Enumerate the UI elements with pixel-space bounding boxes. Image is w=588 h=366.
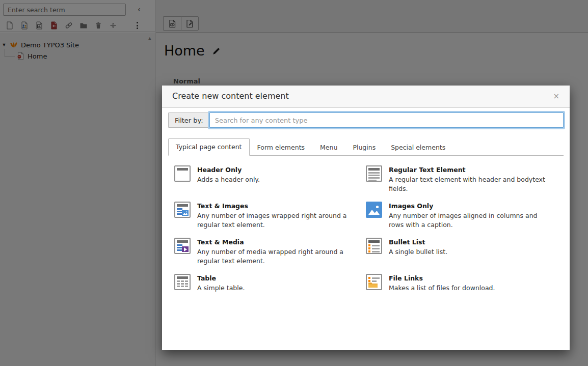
close-icon[interactable]: × (549, 90, 564, 103)
item-description: Adds a header only. (197, 175, 260, 184)
item-text-and-images[interactable]: Text & Images Any number of images wrapp… (174, 202, 366, 238)
item-title: Table (197, 274, 245, 283)
item-title: Text & Images (197, 202, 360, 210)
bullet-list-icon (366, 238, 382, 254)
item-description: A single bullet list. (389, 247, 447, 257)
modal-tabs: Typical page content Form elements Menu … (168, 138, 564, 156)
modal-title: Create new content element (172, 91, 289, 101)
item-description: Any number of images wrapped right aroun… (197, 211, 360, 230)
item-description: Any number of media wrapped right around… (197, 247, 360, 266)
tab-menu[interactable]: Menu (312, 138, 345, 156)
new-content-element-modal: Create new content element × Filter by: … (162, 86, 570, 350)
filter-label: Filter by: (168, 112, 209, 128)
modal-body: Filter by: Typical page content Form ele… (162, 108, 570, 350)
item-bullet-list[interactable]: Bullet List A single bullet list. (366, 238, 557, 274)
images-only-icon (366, 202, 382, 218)
item-regular-text-element[interactable]: Regular Text Element A regular text elem… (366, 165, 557, 202)
item-images-only[interactable]: Images Only Any number of images aligned… (366, 202, 557, 238)
item-title: Regular Text Element (389, 166, 551, 174)
item-file-links[interactable]: File Links Makes a list of files for dow… (366, 274, 557, 310)
item-title: File Links (389, 274, 495, 283)
text-media-icon (174, 238, 191, 254)
tab-form-elements[interactable]: Form elements (250, 138, 313, 156)
regular-text-icon (366, 165, 382, 182)
content-type-filter-input[interactable] (209, 112, 564, 128)
item-title: Images Only (389, 202, 551, 210)
item-title: Header Only (197, 166, 260, 174)
filter-group: Filter by: (168, 112, 564, 128)
item-table[interactable]: Table A simple table. (174, 274, 366, 310)
item-description: A simple table. (197, 284, 245, 293)
item-text-and-media[interactable]: Text & Media Any number of media wrapped… (174, 238, 366, 274)
tab-typical-page-content[interactable]: Typical page content (168, 138, 250, 156)
item-title: Bullet List (389, 238, 447, 246)
item-description: A regular text element with header and b… (389, 175, 551, 193)
modal-header: Create new content element × (162, 86, 570, 108)
tab-special-elements[interactable]: Special elements (383, 138, 453, 156)
item-header-only[interactable]: Header Only Adds a header only. (174, 165, 366, 202)
content-element-list: Header Only Adds a header only. Regular … (168, 156, 564, 350)
file-links-icon (366, 274, 382, 290)
tab-plugins[interactable]: Plugins (345, 138, 383, 156)
item-description: Any number of images aligned in columns … (389, 211, 551, 230)
item-description: Makes a list of files for download. (389, 284, 495, 293)
text-images-icon (174, 202, 191, 218)
item-title: Text & Media (197, 238, 360, 246)
table-icon (174, 274, 191, 290)
header-only-icon (174, 165, 191, 182)
